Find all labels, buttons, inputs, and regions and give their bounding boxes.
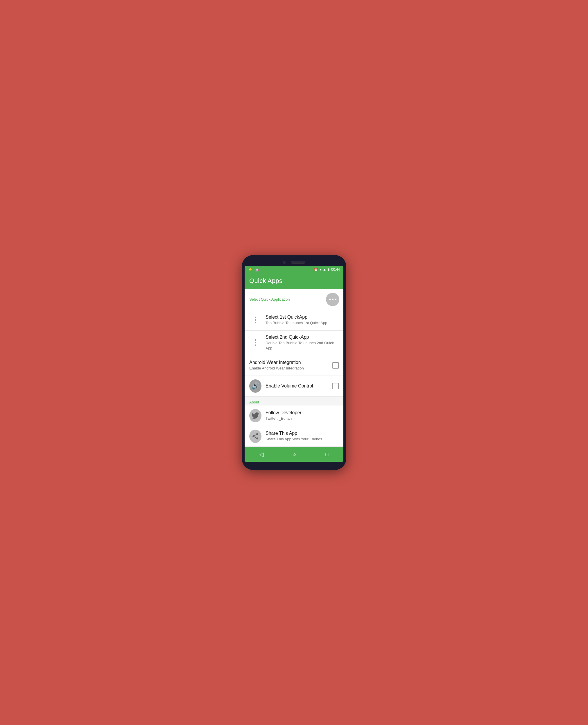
three-dots-icon-2: [255, 339, 256, 346]
recent-apps-button[interactable]: □: [326, 451, 329, 458]
svg-point-0: [256, 433, 258, 435]
volume-control-checkbox[interactable]: [332, 383, 339, 389]
phone-top: [245, 259, 343, 266]
back-button[interactable]: ◁: [259, 451, 264, 458]
checkbox-volume[interactable]: [332, 383, 339, 389]
alarm-icon: ⏰: [314, 268, 318, 272]
flash-icon: ⚡: [248, 268, 252, 272]
share-icon: [252, 432, 259, 440]
svg-line-3: [254, 437, 256, 438]
phone-device: ⚡ 🤖 ⏰ ▾ ▲ ▮ 00:44 Quick Apps Select Quic…: [242, 255, 346, 470]
checkbox-android-wear[interactable]: [332, 362, 339, 369]
quick-app-2-text: Select 2nd QuickApp Double Tap Bubble To…: [266, 335, 339, 351]
quick-app-2-icon: [249, 337, 261, 349]
twitter-icon: [252, 412, 259, 419]
quick-app-1-subtitle: Tap Bubble To Launch 1st Quick App: [266, 320, 339, 326]
android-wear-text: Android Wear Integration Enable Android …: [249, 360, 330, 371]
quick-app-1-title: Select 1st QuickApp: [266, 315, 339, 320]
battery-icon: ▮: [328, 268, 330, 272]
status-left-icons: ⚡ 🤖: [248, 268, 259, 272]
wifi-icon: ▾: [319, 268, 321, 272]
home-button[interactable]: ○: [293, 451, 296, 458]
follow-developer-title: Follow Developer: [266, 410, 339, 415]
front-camera: [283, 261, 286, 264]
quick-app-header-label: Select Quick Application: [249, 297, 290, 301]
android-wear-subtitle: Enable Android Wear Integration: [249, 366, 330, 371]
android-wear-title: Android Wear Integration: [249, 360, 330, 365]
quick-app-2-subtitle: Double Tap Bubble To Launch 2nd Quick Ap…: [266, 340, 339, 351]
about-label: About: [249, 400, 259, 404]
quick-app-1-icon: [249, 314, 261, 326]
time-display: 00:44: [331, 268, 340, 272]
quick-app-1-text: Select 1st QuickApp Tap Bubble To Launch…: [266, 315, 339, 326]
share-app-text: Share This App Share This App With Your …: [266, 431, 339, 442]
share-app-title: Share This App: [266, 431, 339, 436]
app-bar: Quick Apps: [245, 273, 343, 289]
signal-icon: ▲: [323, 268, 326, 272]
svg-point-2: [256, 438, 258, 440]
volume-control-icon-wrap: 🔊: [249, 380, 261, 392]
status-bar: ⚡ 🤖 ⏰ ▾ ▲ ▮ 00:44: [245, 266, 343, 273]
nav-bar: ◁ ○ □: [245, 447, 343, 462]
quick-app-2-title: Select 2nd QuickApp: [266, 335, 339, 340]
dot2: [332, 299, 334, 300]
share-icon-circle: [249, 430, 261, 443]
more-options-button[interactable]: [326, 293, 339, 306]
android-wear-checkbox[interactable]: [332, 362, 339, 369]
share-app-item[interactable]: Share This App Share This App With Your …: [245, 426, 343, 447]
follow-developer-text: Follow Developer Twitter: _Eunan: [266, 410, 339, 421]
quick-app-1-item[interactable]: Select 1st QuickApp Tap Bubble To Launch…: [245, 310, 343, 330]
volume-control-text: Enable Volume Control: [266, 383, 330, 389]
about-section-header: About: [245, 397, 343, 405]
volume-control-item[interactable]: 🔊 Enable Volume Control: [245, 376, 343, 397]
android-wear-item[interactable]: Android Wear Integration Enable Android …: [245, 355, 343, 376]
phone-bottom: [245, 462, 343, 466]
three-dots-icon: [255, 317, 256, 323]
svg-point-1: [252, 435, 254, 438]
volume-control-title: Enable Volume Control: [266, 383, 330, 389]
status-right-icons: ⏰ ▾ ▲ ▮ 00:44: [314, 268, 340, 272]
twitter-icon-circle: [249, 409, 261, 422]
earpiece-speaker: [291, 261, 305, 264]
phone-screen: ⚡ 🤖 ⏰ ▾ ▲ ▮ 00:44 Quick Apps Select Quic…: [245, 266, 343, 462]
twitter-icon-wrap: [249, 409, 261, 422]
svg-line-4: [254, 434, 256, 436]
dot3: [335, 299, 336, 300]
volume-icon-circle: 🔊: [249, 379, 261, 393]
follow-developer-subtitle: Twitter: _Eunan: [266, 416, 339, 421]
android-icon: 🤖: [255, 268, 259, 272]
share-icon-wrap: [249, 430, 261, 442]
share-app-subtitle: Share This App With Your Friends: [266, 436, 339, 442]
quick-app-section-header: Select Quick Application: [245, 289, 343, 310]
volume-icon: 🔊: [252, 382, 259, 390]
quick-app-2-item[interactable]: Select 2nd QuickApp Double Tap Bubble To…: [245, 330, 343, 355]
follow-developer-item[interactable]: Follow Developer Twitter: _Eunan: [245, 405, 343, 426]
dot1: [329, 299, 331, 300]
app-title: Quick Apps: [249, 277, 339, 285]
